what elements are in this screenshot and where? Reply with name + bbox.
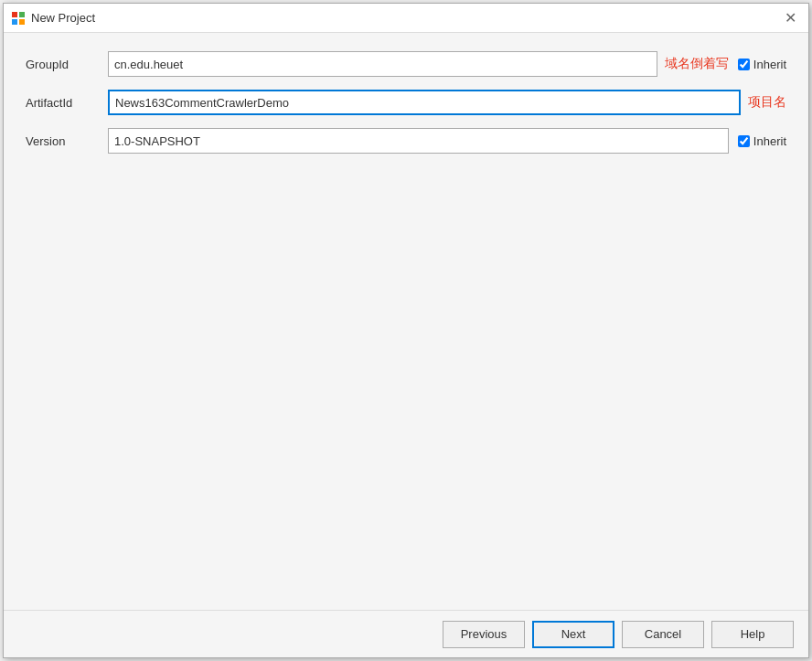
artifactid-row: ArtifactId 项目名 [26,90,786,115]
groupid-row: GroupId 域名倒着写 Inherit [26,51,786,77]
version-row: Version Inherit [26,128,786,154]
groupid-inherit-text: Inherit [753,58,786,71]
groupid-inherit-label[interactable]: Inherit [738,58,786,71]
title-bar: New Project ✕ [4,4,808,33]
form-content: GroupId 域名倒着写 Inherit ArtifactId 项目名 Ver… [4,33,808,610]
svg-rect-2 [12,19,17,25]
groupid-input[interactable] [108,51,657,77]
close-button[interactable]: ✕ [779,7,801,29]
next-button[interactable]: Next [532,621,614,648]
previous-button[interactable]: Previous [443,621,525,648]
version-input-container [108,128,729,154]
version-input[interactable] [108,128,729,154]
groupid-input-container: 域名倒着写 [108,51,729,77]
project-icon [11,11,26,26]
svg-rect-1 [19,12,25,17]
groupid-label: GroupId [26,58,108,71]
version-inherit-text: Inherit [753,134,786,148]
version-label: Version [26,134,108,148]
dialog-footer: Previous Next Cancel Help [4,610,808,657]
help-button[interactable]: Help [711,621,794,648]
artifactid-label: ArtifactId [26,96,108,110]
svg-rect-3 [19,19,25,25]
version-inherit-label[interactable]: Inherit [738,134,786,148]
svg-rect-0 [12,12,17,17]
groupid-annotation: 域名倒着写 [665,56,729,72]
artifactid-input[interactable] [108,90,741,115]
cancel-button[interactable]: Cancel [622,621,704,648]
title-bar-left: New Project [11,11,95,26]
window-title: New Project [31,11,95,25]
artifactid-input-container: 项目名 [108,90,786,115]
new-project-dialog: New Project ✕ GroupId 域名倒着写 Inherit Arti… [3,3,809,658]
version-inherit-checkbox[interactable] [738,135,750,147]
groupid-inherit-checkbox[interactable] [738,59,750,70]
artifactid-annotation: 项目名 [748,94,786,111]
